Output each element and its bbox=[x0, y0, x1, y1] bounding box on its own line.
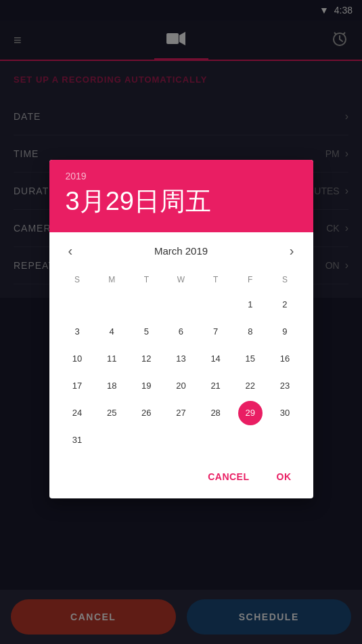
calendar-day-19[interactable]: 19 bbox=[134, 374, 158, 398]
calendar-day-23[interactable]: 23 bbox=[273, 374, 297, 398]
calendar-empty bbox=[168, 293, 193, 317]
calendar-day-5[interactable]: 5 bbox=[134, 320, 158, 344]
calendar-day-1[interactable]: 1 bbox=[238, 293, 263, 317]
calendar-day-18[interactable]: 18 bbox=[99, 374, 124, 398]
calendar-day-15[interactable]: 15 bbox=[238, 347, 263, 371]
next-month-button[interactable]: › bbox=[284, 240, 300, 261]
calendar-days: 1234567891011121314151617181920212223242… bbox=[60, 293, 302, 452]
calendar-day-14[interactable]: 14 bbox=[204, 347, 228, 371]
calendar-day-10[interactable]: 10 bbox=[65, 347, 89, 371]
dialog-actions: CANCEL OK bbox=[49, 460, 313, 498]
calendar-weekdays: S M T W T F S bbox=[60, 272, 302, 287]
dialog-ok-button[interactable]: OK bbox=[266, 466, 302, 488]
calendar-day-2[interactable]: 2 bbox=[273, 293, 297, 317]
calendar-day-26[interactable]: 26 bbox=[134, 401, 158, 425]
calendar-day-12[interactable]: 12 bbox=[134, 347, 158, 371]
weekday-fri: F bbox=[233, 272, 267, 287]
weekday-thu: T bbox=[198, 272, 233, 287]
calendar-empty bbox=[134, 293, 158, 317]
dialog-date-display: 3月29日周五 bbox=[66, 184, 297, 219]
calendar-empty bbox=[65, 293, 89, 317]
calendar-day-29[interactable]: 29 bbox=[238, 401, 263, 425]
dialog-year: 2019 bbox=[66, 171, 297, 181]
calendar-day-31[interactable]: 31 bbox=[65, 428, 89, 452]
calendar-day-27[interactable]: 27 bbox=[168, 401, 193, 425]
calendar-empty bbox=[204, 293, 228, 317]
calendar-day-7[interactable]: 7 bbox=[204, 320, 228, 344]
date-picker-dialog: 2019 3月29日周五 ‹ March 2019 › S M T W T F … bbox=[49, 160, 313, 498]
weekday-wed: W bbox=[164, 272, 198, 287]
weekday-sun: S bbox=[60, 272, 95, 287]
calendar-day-21[interactable]: 21 bbox=[204, 374, 228, 398]
dialog-header: 2019 3月29日周五 bbox=[49, 160, 313, 232]
calendar: ‹ March 2019 › S M T W T F S 12345678910… bbox=[49, 232, 313, 460]
weekday-sat: S bbox=[267, 272, 302, 287]
calendar-day-17[interactable]: 17 bbox=[65, 374, 89, 398]
calendar-empty bbox=[99, 293, 124, 317]
calendar-nav: ‹ March 2019 › bbox=[60, 240, 302, 261]
calendar-day-3[interactable]: 3 bbox=[65, 320, 89, 344]
calendar-day-20[interactable]: 20 bbox=[168, 374, 193, 398]
dialog-cancel-button[interactable]: CANCEL bbox=[197, 466, 260, 488]
calendar-day-6[interactable]: 6 bbox=[168, 320, 193, 344]
calendar-day-4[interactable]: 4 bbox=[99, 320, 124, 344]
calendar-day-16[interactable]: 16 bbox=[273, 347, 297, 371]
weekday-tue: T bbox=[129, 272, 164, 287]
calendar-grid: S M T W T F S 12345678910111213141516171… bbox=[60, 272, 302, 452]
weekday-mon: M bbox=[95, 272, 129, 287]
calendar-day-30[interactable]: 30 bbox=[273, 401, 297, 425]
prev-month-button[interactable]: ‹ bbox=[63, 240, 78, 261]
calendar-day-9[interactable]: 9 bbox=[273, 320, 297, 344]
calendar-day-25[interactable]: 25 bbox=[99, 401, 124, 425]
calendar-day-8[interactable]: 8 bbox=[238, 320, 263, 344]
calendar-month-label: March 2019 bbox=[154, 245, 208, 257]
calendar-day-11[interactable]: 11 bbox=[99, 347, 124, 371]
calendar-day-24[interactable]: 24 bbox=[65, 401, 89, 425]
calendar-day-13[interactable]: 13 bbox=[168, 347, 193, 371]
calendar-day-28[interactable]: 28 bbox=[204, 401, 228, 425]
calendar-day-22[interactable]: 22 bbox=[238, 374, 263, 398]
